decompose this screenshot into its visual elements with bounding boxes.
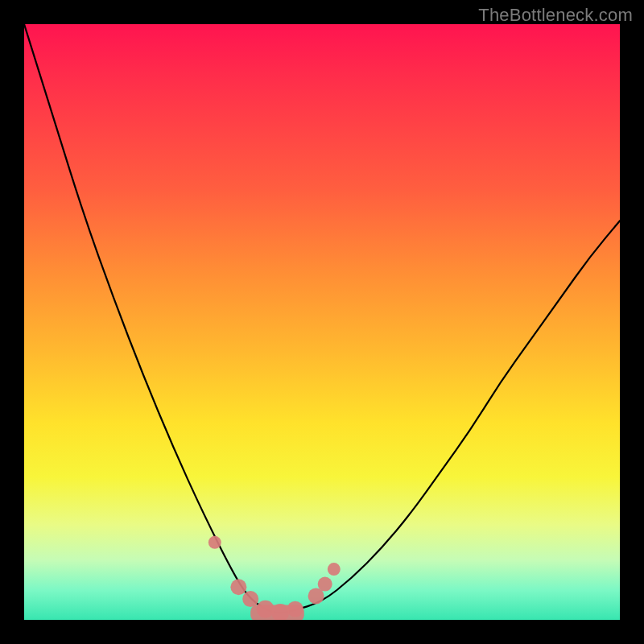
bottleneck-curve [24, 24, 620, 613]
curve-marker [328, 563, 341, 576]
curve-marker [230, 579, 246, 595]
curve-marker [287, 601, 303, 617]
curve-marker [318, 577, 332, 592]
chart-frame: TheBottleneck.com [0, 0, 644, 644]
curve-marker [257, 601, 275, 618]
curve-marker [242, 591, 258, 607]
curve-marker [308, 588, 324, 604]
curve-markers [208, 536, 341, 620]
curve-svg [24, 24, 620, 620]
plot-area [24, 24, 620, 620]
curve-trough-band [250, 605, 304, 621]
curve-marker [208, 536, 221, 549]
curve-marker [271, 604, 289, 620]
watermark-text: TheBottleneck.com [478, 5, 633, 26]
